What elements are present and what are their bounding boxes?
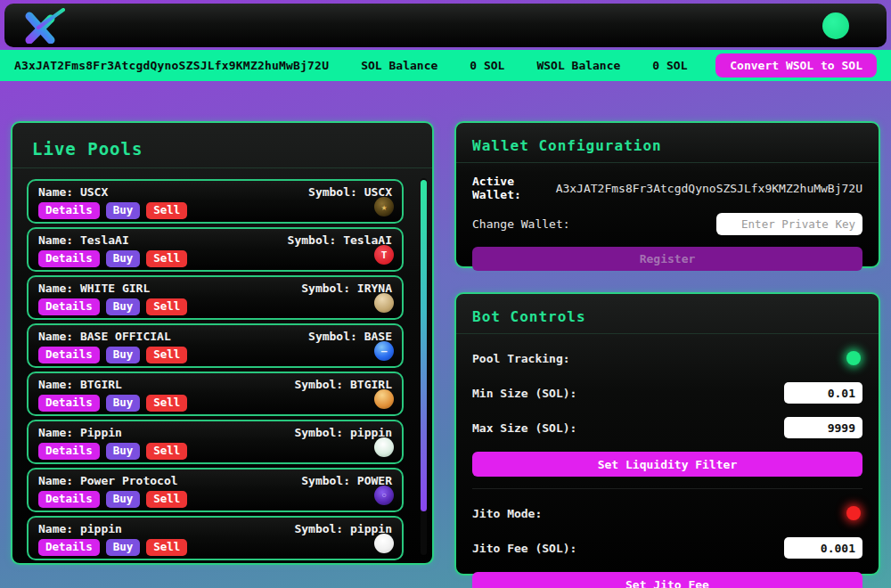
pool-name-value: Pippin	[80, 426, 122, 439]
divider	[456, 162, 879, 163]
min-size-input[interactable]	[784, 382, 862, 404]
pool-name-label: Name:	[38, 474, 73, 487]
jito-fee-input[interactable]	[784, 537, 862, 559]
buy-button[interactable]: Buy	[106, 298, 141, 315]
pool-item[interactable]: Name: BTGIRL Symbol: BTGIRL Details Buy …	[27, 372, 404, 416]
jito-mode-label: Jito Mode:	[472, 507, 542, 520]
jito-mode-row: Jito Mode:	[472, 502, 862, 524]
buy-button[interactable]: Buy	[106, 347, 141, 363]
sell-button[interactable]: Sell	[146, 298, 187, 315]
details-button[interactable]: Details	[38, 298, 100, 315]
details-button[interactable]: Details	[38, 395, 100, 412]
pool-item-partial[interactable]	[27, 564, 404, 565]
pool-item-header: Name: pippin Symbol: pippin	[38, 522, 392, 535]
convert-wsol-button[interactable]: Convert WSOL to SOL	[715, 53, 877, 78]
pool-name: Name: pippin	[38, 522, 122, 535]
pool-item[interactable]: Name: BASE OFFICIAL Symbol: BASE Details…	[27, 323, 404, 368]
sell-button[interactable]: Sell	[146, 491, 187, 508]
max-size-label: Max Size (SOL):	[472, 421, 576, 435]
pool-name: Name: Pippin	[38, 426, 122, 439]
main-content: Live Pools Name: USCX Symbol: USCX Detai…	[0, 81, 891, 576]
divider	[456, 333, 879, 334]
active-wallet-label: Active Wallet:	[472, 175, 550, 201]
status-bar: A3xJAT2Fms8Fr3AtcgdQynoSZSJLfx9KMZ2huMwB…	[0, 50, 891, 81]
pool-symbol-label: Symbol:	[288, 233, 337, 247]
pool-name-label: Name:	[38, 378, 73, 391]
pool-item[interactable]: Name: Pippin Symbol: pippin Details Buy …	[27, 420, 404, 464]
pool-item-header: Name: Power Protocol Symbol: POWER	[38, 474, 392, 487]
pool-item[interactable]: Name: pippin Symbol: pippin Details Buy …	[27, 516, 404, 560]
pool-item[interactable]: Name: TeslaAI Symbol: TeslaAI Details Bu…	[27, 227, 404, 272]
pool-name-label: Name:	[38, 233, 73, 247]
set-liquidity-filter-button[interactable]: Set Liquidity Filter	[472, 452, 862, 477]
sell-button[interactable]: Sell	[146, 250, 187, 267]
buy-button[interactable]: Buy	[106, 202, 141, 219]
wsol-balance-value: 0 SOL	[652, 59, 687, 72]
details-button[interactable]: Details	[38, 250, 100, 267]
sell-button[interactable]: Sell	[146, 395, 187, 412]
sell-button[interactable]: Sell	[146, 539, 187, 556]
btgirl-token-icon	[374, 389, 394, 409]
sol-balance-value: 0 SOL	[470, 59, 504, 72]
pool-name-value: BTGIRL	[80, 378, 122, 391]
pool-symbol-label: Symbol:	[294, 522, 343, 535]
details-button[interactable]: Details	[38, 491, 100, 508]
pool-item[interactable]: Name: Power Protocol Symbol: POWER Detai…	[27, 468, 404, 512]
pool-symbol: Symbol: BTGIRL	[294, 378, 392, 391]
details-button[interactable]: Details	[38, 202, 100, 219]
iryna-token-icon	[374, 293, 394, 313]
pool-name-value: USCX	[80, 185, 108, 199]
pool-item-actions: Details Buy Sell	[38, 395, 392, 412]
pool-tracking-row: Pool Tracking:	[472, 347, 862, 369]
pool-item-actions: Details Buy Sell	[38, 250, 392, 267]
private-key-input[interactable]	[716, 213, 862, 235]
pools-scrollbar-thumb[interactable]	[421, 180, 427, 511]
pool-symbol-label: Symbol:	[301, 474, 350, 487]
pool-symbol-label: Symbol:	[294, 378, 343, 391]
wallet-configuration-title: Wallet Configuration	[472, 137, 862, 154]
pool-symbol-value: USCX	[364, 185, 392, 199]
x-bot-logo-icon	[19, 8, 65, 44]
pool-item[interactable]: Name: WHITE GIRL Symbol: IRYNA Details B…	[27, 275, 404, 320]
pool-name: Name: Power Protocol	[38, 474, 178, 487]
max-size-input[interactable]	[784, 417, 862, 438]
sell-button[interactable]: Sell	[146, 202, 187, 219]
min-size-label: Min Size (SOL):	[472, 387, 576, 400]
buy-button[interactable]: Buy	[106, 539, 141, 556]
buy-button[interactable]: Buy	[106, 395, 141, 412]
pool-name-label: Name:	[38, 522, 73, 535]
uscx-token-icon: ★	[374, 197, 394, 216]
pool-symbol: Symbol: pippin	[294, 522, 392, 535]
pool-item-actions: Details Buy Sell	[38, 491, 392, 508]
register-button[interactable]: Register	[472, 247, 862, 271]
live-pools-panel: Live Pools Name: USCX Symbol: USCX Detai…	[11, 121, 434, 565]
buy-button[interactable]: Buy	[106, 250, 141, 267]
details-button[interactable]: Details	[38, 443, 100, 460]
connection-status-indicator	[822, 12, 849, 39]
pool-tracking-status-dot	[846, 351, 861, 365]
wallet-configuration-panel: Wallet Configuration Active Wallet: A3xJ…	[454, 121, 880, 268]
base-token-icon: —	[374, 341, 394, 361]
pool-item-actions: Details Buy Sell	[38, 202, 392, 219]
pool-item-actions: Details Buy Sell	[38, 347, 392, 363]
power-token-icon: ◦	[374, 486, 394, 505]
pool-item-header: Name: USCX Symbol: USCX	[38, 185, 392, 199]
details-button[interactable]: Details	[38, 347, 100, 363]
pools-list: Name: USCX Symbol: USCX Details Buy Sell…	[27, 179, 418, 565]
buy-button[interactable]: Buy	[106, 443, 141, 460]
buy-button[interactable]: Buy	[106, 491, 141, 508]
pool-symbol: Symbol: BASE	[308, 330, 392, 343]
pools-scrollbar[interactable]	[421, 178, 427, 555]
pool-item-header: Name: BASE OFFICIAL Symbol: BASE	[38, 330, 392, 343]
pool-name-value: pippin	[80, 522, 122, 535]
app-header	[4, 4, 887, 47]
set-jito-fee-button[interactable]: Set Jito Fee	[472, 572, 862, 588]
right-column: Wallet Configuration Active Wallet: A3xJ…	[454, 121, 880, 576]
sell-button[interactable]: Sell	[146, 347, 187, 363]
sell-button[interactable]: Sell	[146, 443, 187, 460]
pool-symbol-label: Symbol:	[308, 185, 357, 199]
wsol-balance-label: WSOL Balance	[536, 59, 620, 72]
live-pools-title: Live Pools	[32, 139, 418, 159]
pool-item[interactable]: Name: USCX Symbol: USCX Details Buy Sell…	[27, 179, 404, 224]
details-button[interactable]: Details	[38, 539, 100, 556]
